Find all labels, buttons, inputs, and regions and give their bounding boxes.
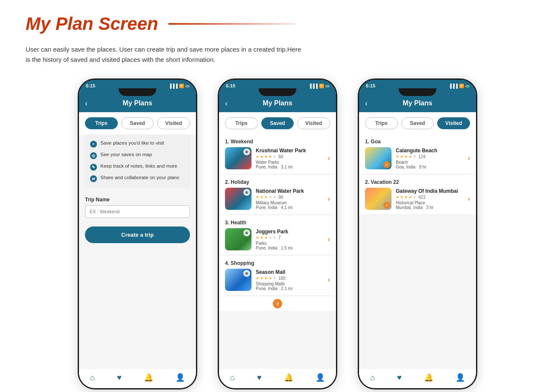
phone1-time: 6:15 [86,83,95,88]
phone2-status-bar: 6:15 ▐▐▐ 🛜 ▭ [219,80,336,88]
nav-home-icon[interactable]: ⌂ [370,373,375,382]
star-5-icon: ★ [273,276,276,280]
star-4-icon: ★ [269,154,272,159]
star-3-icon: ★ [264,154,268,159]
nav-home-icon[interactable]: ⌂ [230,373,235,382]
place-item-1[interactable]: ✓ Calangute Beach ★★★★★ 124 Beach Goa, I… [359,147,476,174]
section-divider-1 [365,174,470,174]
phone3-bottom-nav: ⌂ ♥ 🔔 👤 [359,368,476,388]
place-item-2[interactable]: ⊕ National Water Park ★★★★★ 98 Military … [219,188,336,214]
place-chevron-3-icon[interactable]: › [328,235,330,243]
place-location-2: Mumbai, India 3 hr [396,205,464,210]
info-item-1: + Save places you'd like to visit [90,140,185,148]
phone3-notch-row [359,88,476,96]
place-chevron-1-icon[interactable]: › [328,154,330,162]
review-count-2: 423 [418,195,426,200]
nav-bell-icon[interactable]: 🔔 [424,373,433,382]
star-1-icon: ★ [256,154,259,159]
nav-home-icon[interactable]: ⌂ [90,373,95,382]
phone2-screen-title: My Plans [263,99,292,107]
star-row-2: ★★★★★ 98 [256,195,324,200]
page-description: User can easily save the places. User ca… [0,41,333,78]
phone3-tab-trips[interactable]: Trips [365,117,398,129]
place-chevron-2-icon[interactable]: › [328,195,330,203]
star-2-icon: ★ [260,235,263,240]
phone1-back-arrow[interactable]: ‹ [85,99,88,108]
place-name-1: Krushnai Water Park [256,148,324,154]
place-chevron-2-icon[interactable]: › [468,195,470,203]
place-category-2: Military Museum [256,200,324,205]
phone2-trips-list: 1. Weekend ⊕ Krushnai Water Park ★★★★★ 6… [219,134,336,296]
place-image-4: ⊕ [225,269,251,291]
place-item-4[interactable]: ⊕ Season Mall ★★★★★ 180 Shopping Malls P… [219,269,336,295]
place-chevron-4-icon[interactable]: › [328,276,330,284]
phone3-back-arrow[interactable]: ‹ [365,99,368,108]
phone1-tab-row: Trips Saved Visited [79,112,196,134]
trip-4-title: 4. Shopping [219,256,336,269]
battery-icon: ▭ [465,84,469,88]
phone3-tab-row: Trips Saved Visited [359,112,476,134]
info-dot-1: + [90,141,97,148]
star-4-icon: ★ [269,235,272,240]
phone1-tab-visited[interactable]: Visited [157,117,190,129]
place-name-2: National Water Park [256,188,324,194]
place-info-2: National Water Park ★★★★★ 98 Military Mu… [256,188,324,210]
phone3-title-bar: ‹ My Plans [359,96,476,112]
star-5-icon: ★ [413,195,416,199]
section-divider-2 [225,214,330,215]
bookmark-icon: ⊕ [243,148,250,155]
place-item-2[interactable]: ✓ Gateway Of India Mumbai ★★★★★ 423 Hist… [359,188,476,214]
create-trip-button[interactable]: Create a trip [85,226,190,243]
place-item-3[interactable]: ⊕ Joggers Park ★★★★★ 7 Parks Pune, India… [219,228,336,255]
phone1-notch-row [79,88,196,96]
phone2-tab-visited[interactable]: Visited [297,117,330,129]
nav-bell-icon[interactable]: 🔔 [144,373,153,382]
trip-2-title: 2. Holiday [219,175,336,188]
battery-icon: ▭ [325,84,329,88]
nav-user-icon[interactable]: 👤 [175,373,185,382]
phone1-title-bar: ‹ My Plans [79,96,196,112]
place-info-4: Season Mall ★★★★★ 180 Shopping Malls Pun… [256,269,324,291]
place-name-1: Calangute Beach [396,148,464,154]
star-5-icon: ★ [273,235,276,240]
star-row-3: ★★★★★ 7 [256,235,324,240]
phone3-tab-visited[interactable]: Visited [437,117,470,129]
place-category-3: Parks [256,241,324,246]
star-1-icon: ★ [396,154,399,159]
star-5-icon: ★ [273,154,276,159]
phone1-trip-name-section: Trip Name [79,195,196,223]
phone3-tab-saved[interactable]: Saved [401,117,434,129]
visited-check-icon: ✓ [383,202,390,209]
phone1-tab-trips[interactable]: Trips [85,117,118,129]
trip-name-input[interactable] [85,205,190,218]
star-4-icon: ★ [269,195,272,199]
place-name-2: Gateway Of India Mumbai [396,188,464,194]
place-item-1[interactable]: ⊕ Krushnai Water Park ★★★★★ 68 Water Par… [219,147,336,174]
review-count-4: 180 [278,276,286,281]
trip-2-title: 2. Vacation 22 [359,175,476,188]
nav-bell-icon[interactable]: 🔔 [284,373,293,382]
phone1-tab-saved[interactable]: Saved [121,117,154,129]
phone2-tab-saved[interactable]: Saved [261,117,294,129]
phone-1: 6:15 ▐▐▐ 🛜 ▭ ‹ My Plans Trips Saved Visi… [78,78,197,389]
section-divider-4 [225,295,330,296]
scroll-down-icon: ∨ [273,299,282,308]
phone2-tab-trips[interactable]: Trips [225,117,258,129]
signal-bars-icon: ▐▐▐ [169,84,178,88]
phone1-body: Trips Saved Visited + Save places you'd … [79,112,196,368]
nav-heart-icon[interactable]: ♥ [257,373,262,382]
phone1-screen-title: My Plans [123,99,152,107]
phone2-back-arrow[interactable]: ‹ [225,99,228,108]
nav-heart-icon[interactable]: ♥ [397,373,402,382]
nav-user-icon[interactable]: 👤 [456,373,465,382]
star-2-icon: ★ [400,154,403,159]
trip-section-2: 2. Holiday ⊕ National Water Park ★★★★★ 9… [219,175,336,215]
place-info-3: Joggers Park ★★★★★ 7 Parks Pune, India 1… [256,229,324,250]
place-chevron-1-icon[interactable]: › [468,154,470,162]
star-3-icon: ★ [264,195,268,199]
trip-section-1: 1. Weekend ⊕ Krushnai Water Park ★★★★★ 6… [219,134,336,174]
nav-heart-icon[interactable]: ♥ [117,373,122,382]
star-1-icon: ★ [256,276,259,280]
nav-user-icon[interactable]: 👤 [315,373,325,382]
phone1-status-bar: 6:15 ▐▐▐ 🛜 ▭ [79,80,196,88]
